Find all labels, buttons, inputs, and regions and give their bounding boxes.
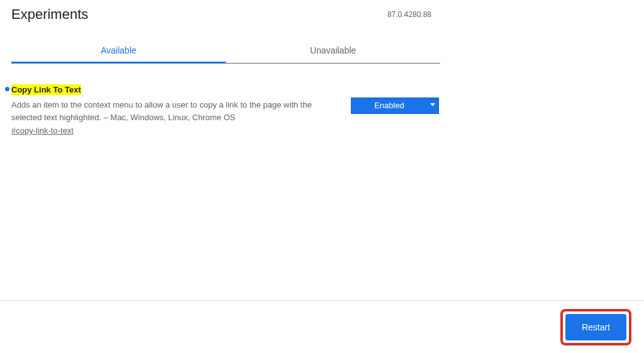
experiments-list: Copy Link To Text Adds an item to the co…	[11, 84, 439, 135]
modified-dot-icon	[5, 87, 9, 91]
experiment-item: Copy Link To Text Adds an item to the co…	[11, 84, 439, 135]
tab-unavailable[interactable]: Unavailable	[226, 39, 440, 63]
footer-bar: Restart	[0, 300, 644, 353]
experiment-description: Adds an item to the context menu to allo…	[11, 99, 338, 123]
experiment-info: Copy Link To Text Adds an item to the co…	[11, 84, 351, 135]
experiment-title: Copy Link To Text	[11, 84, 81, 95]
experiment-state-select-wrap: Enabled	[351, 98, 439, 114]
tab-available[interactable]: Available	[11, 39, 226, 63]
tabs-bar: Available Unavailable	[11, 39, 440, 64]
version-label: 87.0.4280.88	[387, 10, 431, 19]
page-title: Experiments	[11, 6, 88, 23]
header: Experiments 87.0.4280.88	[0, 0, 644, 26]
experiment-state-select[interactable]: Enabled	[351, 98, 439, 114]
experiment-hash[interactable]: #copy-link-to-text	[11, 126, 338, 135]
restart-button[interactable]: Restart	[565, 314, 626, 340]
restart-highlight: Restart	[560, 309, 631, 345]
